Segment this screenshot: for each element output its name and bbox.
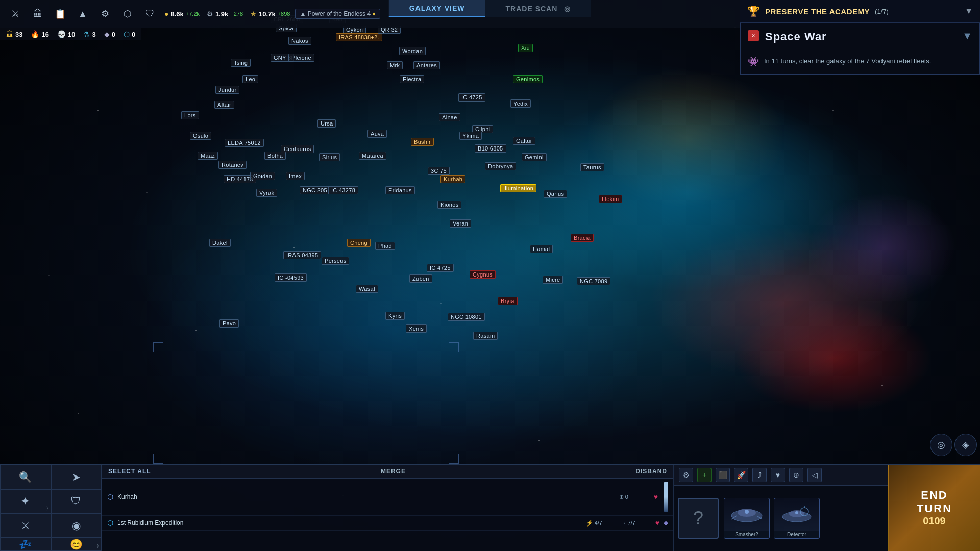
fleet-tool-star[interactable]: ⚙ [679, 468, 693, 482]
nav-icon: ✦ [21, 495, 30, 507]
fleet-tool-attack[interactable]: 🚀 [734, 468, 748, 482]
ship-heart-2[interactable]: ♥ [655, 519, 659, 527]
industry-icon: ⚙ [207, 10, 213, 18]
shield-action-icon: 🛡 [71, 495, 81, 507]
svg-point-136 [795, 511, 798, 514]
fleet-toolbar: ⚙ + ⬛ 🚀 ⤴ ♥ ⊕ ◁ [674, 465, 888, 486]
ship-moves-2: → 7/7 [621, 520, 651, 526]
tab-trade-scan[interactable]: TRADE SCAN ◎ [485, 0, 592, 17]
smasher2-name: Smasher2 [724, 531, 769, 538]
action-buttons: 🔍 ➤ ✦ ⟩ 🛡 ⚔ ◉ 💤 😊 ⟩ [0, 465, 102, 551]
industry-delta: +278 [230, 11, 243, 17]
fleet-management-panel: ⚙ + ⬛ 🚀 ⤴ ♥ ⊕ ◁ ? [674, 465, 888, 551]
minimap-btn-2[interactable]: ◈ [954, 434, 977, 456]
misc-indicator: ⟩ [97, 543, 99, 548]
commander-portrait: ? [678, 498, 719, 539]
ship-name-2: 1st Rubidium Expedition [117, 519, 582, 527]
end-turn-button[interactable]: END TURN 0109 [888, 465, 980, 551]
skull-icon: 💀 [57, 30, 66, 38]
ship-row-rubidium[interactable]: ⬡ 1st Rubidium Expedition ⚡ 4/7 → 7/7 ♥ … [102, 516, 673, 531]
stat-fire: 🔥 16 [31, 30, 48, 38]
fire-icon: 🔥 [31, 30, 39, 38]
ship-selection-area: SELECT ALL MERGE DISBAND ⬡ Kurhah ⊕ 0 ♥ … [102, 465, 674, 551]
icon-hex[interactable]: ⬡ [119, 6, 136, 22]
ship-row-kurhah[interactable]: ⬡ Kurhah ⊕ 0 ♥ [102, 479, 673, 516]
shields-icon-2: ⚡ [586, 520, 593, 527]
fleet-prev[interactable]: ◁ [807, 468, 822, 482]
action-sleep[interactable]: 💤 [0, 538, 51, 551]
stat-hex: ⬡ 0 [124, 30, 135, 38]
space-war-close-button[interactable]: × [748, 30, 759, 41]
fleet-tool-move[interactable]: ⬛ [716, 468, 730, 482]
action-shield[interactable]: 🛡 [51, 489, 102, 514]
dust-delta: +7.2k [186, 11, 200, 17]
icon-buildings[interactable]: 🏛 [30, 6, 46, 22]
icon-empire[interactable]: ▲ [75, 6, 91, 22]
action-search[interactable]: 🔍 [0, 465, 51, 489]
select-all-button[interactable]: SELECT ALL [108, 468, 151, 475]
dust-value: 8.6k [170, 10, 183, 18]
resource-influence: ★ 10.7k +898 [250, 10, 290, 18]
power-bar[interactable]: ▲ Power of the Endless 4 ♦ [295, 9, 380, 19]
disband-button[interactable]: DISBAND [635, 468, 667, 475]
icon-military[interactable]: ⚔ [7, 6, 23, 22]
dust-icon: ● [164, 10, 168, 18]
action-misc[interactable]: 😊 ⟩ [51, 538, 102, 551]
action-filter[interactable]: ◉ [51, 513, 102, 538]
ship-card-detector[interactable]: Detector [774, 498, 820, 539]
ship-moves-1: ⊕ 0 [619, 494, 650, 500]
quest-panel: 🏆 PRESERVE THE ACADEMY (1/7) ▼ × Space W… [740, 0, 980, 75]
fleet-tool-add[interactable]: + [697, 468, 712, 482]
fleet-tool-heart[interactable]: ♥ [771, 468, 785, 482]
end-turn-text: END TURN [917, 489, 952, 516]
quest-counter: (1/7) [875, 8, 889, 15]
ship-card-smasher2[interactable]: Smasher2 [724, 498, 770, 539]
select-all-bar: SELECT ALL MERGE DISBAND [102, 465, 673, 479]
quest-desc-text: In 11 turns, clear the galaxy of the 7 V… [764, 56, 931, 66]
moves-icon-1: ⊕ [619, 494, 624, 500]
science-icon: ⚗ [83, 30, 90, 38]
hex-stat-icon: ⬡ [124, 30, 130, 38]
search-icon: 🔍 [19, 471, 32, 483]
stat-science: ⚗ 3 [83, 30, 95, 38]
trade-scan-icon: ◎ [564, 5, 571, 13]
quest-description: 👾 In 11 turns, clear the galaxy of the 7… [740, 51, 980, 75]
icon-settings[interactable]: ⚙ [97, 6, 113, 22]
space-war-expand-icon[interactable]: ▼ [962, 30, 972, 42]
space-war-title: Space War [765, 30, 956, 43]
quest-chevron-icon[interactable]: ▼ [965, 7, 973, 16]
action-move[interactable]: ➤ [51, 465, 102, 489]
ship-diamond-2[interactable]: ◆ [664, 519, 668, 527]
fleet-tool-repair[interactable]: ⤴ [752, 468, 767, 482]
action-combat[interactable]: ⚔ [0, 513, 51, 538]
resource-block: ● 8.6k +7.2k ⚙ 1.9k +278 ★ 10.7k +898 [164, 10, 290, 18]
ship-heart-1[interactable]: ♥ [654, 493, 658, 501]
space-war-panel: × Space War ▼ [740, 23, 980, 51]
svg-point-131 [745, 510, 749, 514]
fleet-icon-1: ⬡ [107, 493, 113, 501]
scroll-indicator: ⟩ [46, 506, 48, 511]
ship-location-1: Kurhah [117, 493, 615, 500]
influence-icon: ★ [250, 10, 257, 18]
commander-unknown-icon: ? [693, 508, 703, 529]
turn-number: 0109 [923, 515, 946, 527]
icon-shield[interactable]: 🛡 [142, 6, 158, 22]
minimap-btn-1[interactable]: ◎ [930, 434, 952, 456]
merge-button[interactable]: MERGE [381, 468, 406, 475]
filter-icon: ◉ [72, 519, 81, 532]
mini-map-controls: ◎ ◈ [927, 431, 980, 459]
icon-diplomacy[interactable]: 📋 [52, 6, 68, 22]
stat-badges: 🏛 33 🔥 16 💀 10 ⚗ 3 ◆ 0 ⬡ 0 [0, 28, 141, 40]
bottom-panel: 🔍 ➤ ✦ ⟩ 🛡 ⚔ ◉ 💤 😊 ⟩ SELECT ALL MERGE [0, 464, 980, 551]
combat-icon: ⚔ [21, 519, 30, 532]
action-nav[interactable]: ✦ ⟩ [0, 489, 51, 514]
power-icon: ▲ [300, 10, 306, 17]
resource-industry: ⚙ 1.9k +278 [207, 10, 243, 18]
quest-title-bar: 🏆 PRESERVE THE ACADEMY (1/7) ▼ [740, 0, 980, 23]
fleet-tool-scan[interactable]: ⊕ [789, 468, 803, 482]
galaxy-tabs: GALAXY VIEW TRADE SCAN ◎ [389, 0, 591, 17]
tab-galaxy-view[interactable]: GALAXY VIEW [389, 0, 485, 17]
influence-value: 10.7k [259, 10, 276, 18]
stat-skull: 💀 10 [57, 30, 75, 38]
quest-cup-icon: 🏆 [747, 5, 760, 17]
